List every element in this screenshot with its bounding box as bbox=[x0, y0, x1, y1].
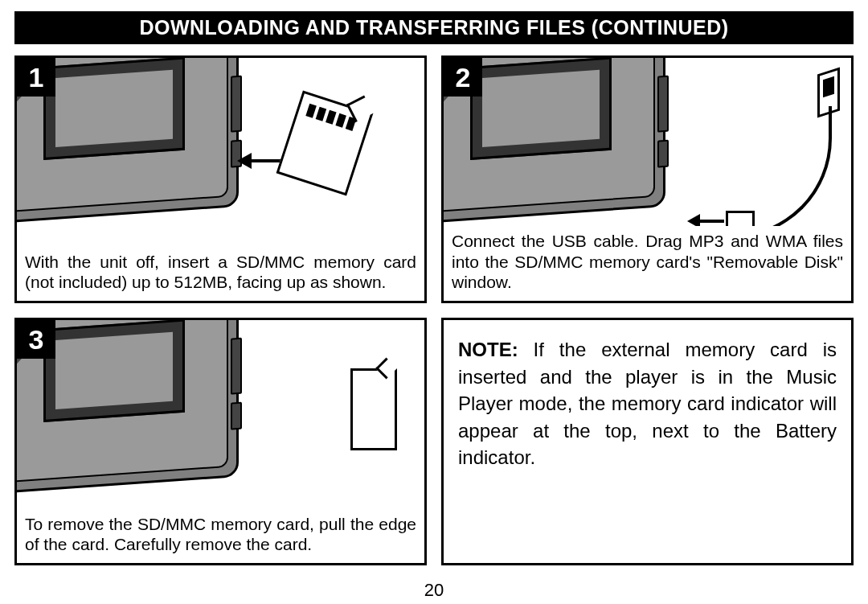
page-number: 20 bbox=[14, 573, 854, 604]
step-3-illustration: 3 bbox=[17, 320, 424, 509]
usb-plug-b-icon bbox=[726, 211, 755, 226]
note-text: NOTE: If the external memory card is ins… bbox=[444, 320, 851, 471]
step-2-panel: 2 Connect the USB cable. Drag MP3 and WM… bbox=[441, 55, 854, 303]
step-number-badge: 3 bbox=[17, 320, 55, 359]
note-label: NOTE: bbox=[458, 339, 518, 360]
step-number-badge: 1 bbox=[17, 58, 55, 97]
arrow-left-icon bbox=[687, 214, 724, 226]
arrow-left-icon bbox=[237, 153, 284, 169]
step-1-illustration: 1 bbox=[17, 58, 424, 247]
step-3-caption: To remove the SD/MMC memory card, pull t… bbox=[17, 509, 424, 563]
step-1-panel: 1 With the unit off, insert a SD/MMC mem… bbox=[14, 55, 427, 303]
steps-grid: 1 With the unit off, insert a SD/MMC mem… bbox=[14, 55, 854, 565]
sd-card-icon bbox=[276, 90, 374, 195]
step-number-badge: 2 bbox=[444, 58, 482, 97]
page-title: DOWNLOADING AND TRANSFERRING FILES (CONT… bbox=[14, 11, 854, 44]
sd-card-eject-icon bbox=[350, 368, 397, 450]
note-panel: NOTE: If the external memory card is ins… bbox=[441, 318, 854, 565]
step-2-illustration: 2 bbox=[444, 58, 851, 226]
manual-page: DOWNLOADING AND TRANSFERRING FILES (CONT… bbox=[0, 0, 868, 604]
step-1-caption: With the unit off, insert a SD/MMC memor… bbox=[17, 247, 424, 301]
step-3-panel: 3 To remove the SD/MMC memory card, pull… bbox=[14, 318, 427, 565]
usb-cable-icon bbox=[732, 106, 832, 226]
step-2-caption: Connect the USB cable. Drag MP3 and WMA … bbox=[444, 226, 851, 301]
